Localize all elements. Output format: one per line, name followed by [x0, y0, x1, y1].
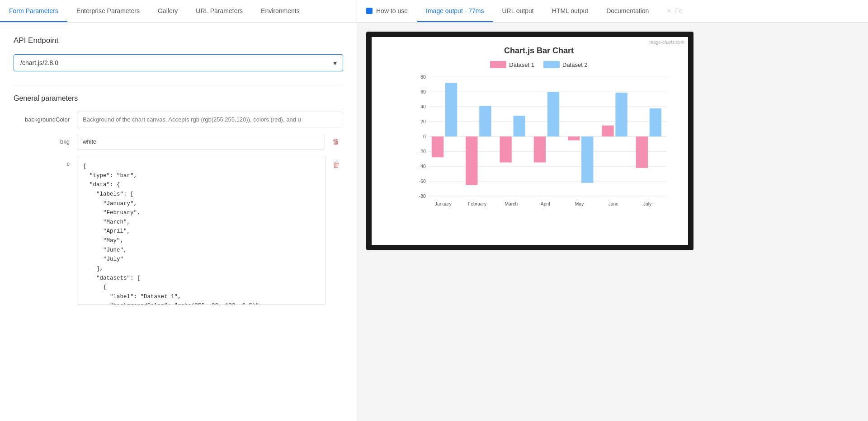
c-label: c — [14, 156, 77, 167]
svg-text:80: 80 — [420, 75, 426, 80]
bar-feb-d1 — [466, 136, 477, 185]
bkg-input-area: 🗑 — [77, 134, 343, 150]
c-code-row: c { "type": "bar", "data": { "labels": [… — [14, 156, 343, 305]
legend-dataset2: Dataset 2 — [543, 61, 588, 68]
c-delete-button[interactable]: 🗑 — [330, 158, 343, 172]
section-divider — [14, 85, 343, 85]
delete-icon: 🗑 — [332, 138, 340, 146]
tab-html-output[interactable]: HTML output — [543, 0, 597, 22]
tab-enterprise-parameters[interactable]: Enterprise Parameters — [67, 0, 149, 22]
svg-text:-80: -80 — [419, 194, 426, 199]
tab-form-parameters[interactable]: Form Parameters — [0, 0, 67, 22]
tab-documentation[interactable]: Documentation — [597, 0, 658, 22]
svg-text:April: April — [541, 201, 550, 206]
bar-feb-d2 — [479, 106, 491, 136]
api-endpoint-select[interactable]: /chart.js/2.8.0 /chart.js/3.0.0 /chart.j… — [14, 54, 343, 71]
legend-label-dataset2: Dataset 2 — [562, 61, 588, 68]
left-tabs: Form Parameters Enterprise Parameters Ga… — [0, 0, 357, 23]
bar-jun-d2 — [615, 93, 627, 136]
c-code-textarea[interactable]: { "type": "bar", "data": { "labels": [ "… — [77, 156, 326, 305]
bar-may-d2 — [581, 136, 593, 183]
legend-color-dataset2 — [543, 61, 560, 68]
bar-jul-d2 — [650, 108, 661, 136]
right-content: image-charts.com Chart.js Bar Chart Data… — [357, 23, 868, 421]
chart-title: Chart.js Bar Chart — [399, 46, 679, 56]
legend-color-dataset1 — [490, 61, 506, 68]
tab-gallery[interactable]: Gallery — [149, 0, 187, 22]
delete-icon-c: 🗑 — [333, 161, 340, 169]
svg-text:0: 0 — [423, 134, 426, 139]
background-color-label: backgroundColor — [14, 112, 77, 123]
tab-image-output[interactable]: Image output - 77ms — [417, 0, 493, 22]
left-content: API Endpoint /chart.js/2.8.0 /chart.js/3… — [0, 23, 357, 421]
chart-svg-wrapper: 80 60 40 20 0 -20 -40 -60 -80 — [399, 73, 679, 217]
api-endpoint-title: API Endpoint — [14, 36, 343, 45]
svg-text:January: January — [435, 201, 452, 206]
svg-text:July: July — [643, 201, 652, 206]
svg-text:-60: -60 — [419, 179, 426, 184]
how-to-use-dot — [366, 8, 373, 14]
background-color-input-area — [77, 112, 343, 127]
bar-jan-d2 — [445, 83, 457, 137]
bar-jun-d1 — [602, 126, 613, 136]
svg-text:February: February — [468, 201, 487, 206]
bar-jul-d1 — [636, 136, 648, 168]
background-color-row: backgroundColor — [14, 112, 343, 127]
svg-text:May: May — [575, 201, 584, 206]
svg-text:40: 40 — [420, 104, 426, 109]
fc-tab-icon: ✕ — [667, 8, 671, 14]
svg-text:June: June — [608, 201, 618, 206]
svg-text:-40: -40 — [419, 164, 426, 169]
chart-outer-container: image-charts.com Chart.js Bar Chart Data… — [366, 32, 693, 250]
api-endpoint-section: API Endpoint /chart.js/2.8.0 /chart.js/3… — [14, 36, 343, 71]
right-panel: How to use Image output - 77ms URL outpu… — [357, 0, 868, 421]
svg-text:20: 20 — [420, 119, 426, 124]
tab-url-output[interactable]: URL output — [493, 0, 542, 22]
api-endpoint-select-wrapper: /chart.js/2.8.0 /chart.js/3.0.0 /chart.j… — [14, 54, 343, 71]
bar-apr-d1 — [534, 136, 546, 162]
right-tabs: How to use Image output - 77ms URL outpu… — [357, 0, 868, 23]
general-params-section: General parameters backgroundColor bkg 🗑 — [14, 94, 343, 305]
bar-mar-d1 — [500, 136, 511, 162]
svg-text:-20: -20 — [419, 149, 426, 154]
chart-watermark: image-charts.com — [649, 40, 684, 45]
tab-url-parameters[interactable]: URL Parameters — [187, 0, 252, 22]
tab-how-to-use[interactable]: How to use — [357, 0, 417, 22]
bkg-label: bkg — [14, 134, 77, 145]
legend-dataset1: Dataset 1 — [490, 61, 534, 68]
chart-inner-container: image-charts.com Chart.js Bar Chart Data… — [372, 37, 688, 245]
bar-apr-d2 — [547, 92, 559, 136]
left-panel: Form Parameters Enterprise Parameters Ga… — [0, 0, 357, 421]
bar-mar-d2 — [514, 116, 525, 136]
tab-fc[interactable]: ✕ Fc — [658, 0, 691, 22]
bkg-row: bkg 🗑 — [14, 134, 343, 150]
chart-legend: Dataset 1 Dataset 2 — [399, 61, 679, 68]
bar-may-d1 — [568, 136, 580, 140]
svg-text:60: 60 — [420, 89, 426, 94]
bkg-input[interactable] — [77, 134, 325, 150]
background-color-input[interactable] — [77, 112, 343, 127]
bar-chart-svg: 80 60 40 20 0 -20 -40 -60 -80 — [399, 73, 679, 217]
c-code-area-wrapper: { "type": "bar", "data": { "labels": [ "… — [77, 156, 343, 305]
tab-environments[interactable]: Environments — [252, 0, 309, 22]
legend-label-dataset1: Dataset 1 — [509, 61, 534, 68]
bkg-delete-button[interactable]: 🗑 — [329, 135, 343, 149]
general-params-title: General parameters — [14, 94, 343, 103]
bar-jan-d1 — [432, 136, 443, 157]
svg-text:March: March — [505, 201, 518, 206]
